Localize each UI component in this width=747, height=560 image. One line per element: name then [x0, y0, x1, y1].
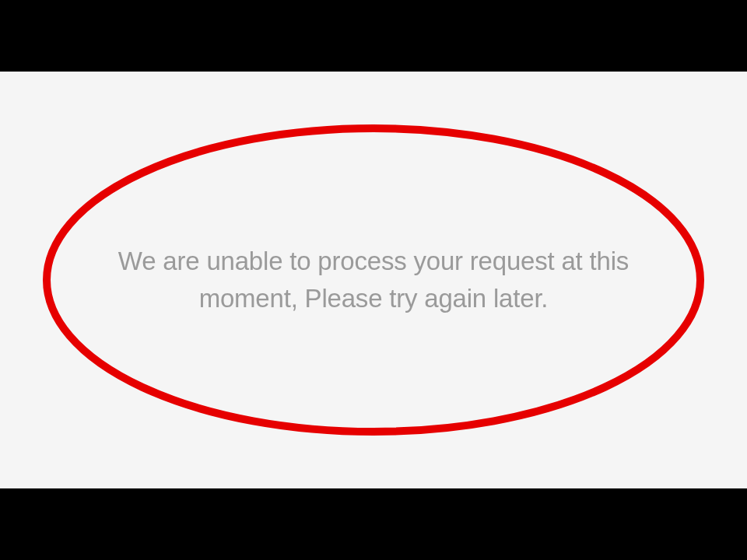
letterbox-bar-bottom [0, 488, 747, 560]
highlighted-region: We are unable to process your request at… [31, 117, 716, 443]
error-content-area: We are unable to process your request at… [0, 72, 747, 488]
error-message-text: We are unable to process your request at… [78, 243, 669, 317]
letterbox-bar-top [0, 0, 747, 72]
